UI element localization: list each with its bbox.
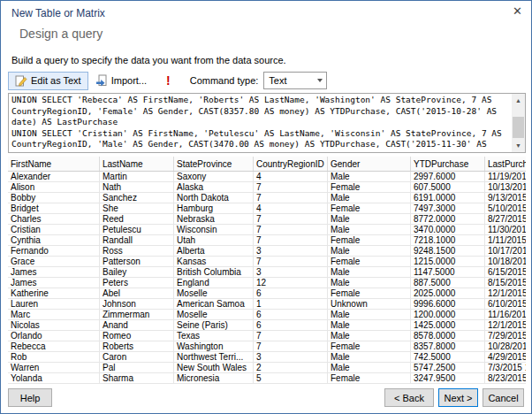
grid-cell: 11/30/2015 12:... bbox=[485, 225, 527, 235]
grid-cell: Alberta bbox=[174, 246, 254, 257]
column-header-gender: Gender bbox=[328, 157, 411, 172]
grid-cell: 7 bbox=[254, 341, 328, 352]
grid-cell: Rob bbox=[8, 352, 100, 363]
grid-cell: Hamburg bbox=[174, 203, 254, 214]
grid-cell: 10/18/2015 12:... bbox=[485, 257, 527, 267]
column-header-firstname: FirstName bbox=[8, 157, 100, 172]
grid-cell: Saxony bbox=[174, 172, 254, 182]
grid-cell: 3 bbox=[254, 267, 328, 278]
table-row: RebeccaRobertsWashington7Female8357.8000… bbox=[8, 341, 526, 352]
table-row: JamesPetersEngland12Male887.50008/15/201… bbox=[8, 278, 526, 288]
column-header-lastpurchase: LastPurchase bbox=[485, 157, 527, 172]
grid-cell: Micronesia bbox=[174, 373, 254, 384]
table-row: BobbySanchezNorth Dakota7Male6191.00009/… bbox=[8, 193, 526, 203]
grid-cell: Patterson bbox=[100, 257, 174, 267]
grid-cell: 4/29/2015 12:0... bbox=[485, 352, 527, 363]
grid-cell: Seine (Paris) bbox=[174, 320, 254, 331]
grid-cell: 6/15/2015 12:0... bbox=[485, 267, 527, 278]
grid-cell: Anand bbox=[100, 320, 174, 331]
grid-cell: Warren bbox=[8, 363, 100, 373]
grid-cell: Petulescu bbox=[100, 225, 174, 235]
grid-cell: 3 bbox=[254, 246, 328, 257]
grid-cell: Female bbox=[328, 182, 411, 193]
column-header-ytdpurchase: YTDPurchase bbox=[411, 157, 485, 172]
grid-cell: 7 bbox=[254, 225, 328, 235]
table-row: CynthiaRandallUtah7Female7218.10001/11/2… bbox=[8, 235, 526, 246]
grid-cell: Nath bbox=[100, 182, 174, 193]
grid-cell: American Samoa bbox=[174, 299, 254, 310]
edit-as-text-button[interactable]: Edit as Text bbox=[8, 72, 88, 90]
vertical-scrollbar[interactable]: ▲ ▼ bbox=[512, 94, 525, 152]
scroll-thumb[interactable] bbox=[513, 117, 524, 138]
grid-cell: Alison bbox=[8, 182, 100, 193]
query-text-area[interactable]: UNION SELECT 'Rebecca' AS FirstName, 'Ro… bbox=[8, 93, 526, 153]
grid-cell: New South Wales bbox=[174, 363, 254, 373]
grid-cell: 8772.0000 bbox=[411, 214, 485, 225]
edit-pencil-icon bbox=[15, 74, 27, 87]
grid-cell: She bbox=[100, 203, 174, 214]
grid-cell: Male bbox=[328, 310, 411, 320]
grid-cell: 7218.1000 bbox=[411, 235, 485, 246]
close-icon[interactable]: ✕ bbox=[513, 5, 522, 18]
import-button[interactable]: Import... bbox=[88, 72, 154, 90]
column-header-countryregionid: CountryRegionID bbox=[254, 157, 328, 172]
grid-cell: Bobby bbox=[8, 193, 100, 203]
back-button[interactable]: < Back bbox=[384, 388, 434, 407]
grid-cell: James bbox=[8, 267, 100, 278]
grid-cell: Randall bbox=[100, 235, 174, 246]
help-button[interactable]: Help bbox=[8, 388, 52, 407]
grid-cell: Kansas bbox=[174, 257, 254, 267]
command-type-select[interactable]: Text bbox=[263, 72, 327, 89]
column-header-stateprovince: StateProvince bbox=[174, 157, 254, 172]
run-query-icon[interactable]: ! bbox=[166, 73, 171, 88]
grid-cell: 11/19/2015 12:... bbox=[485, 172, 527, 182]
grid-cell: 7 bbox=[254, 235, 328, 246]
grid-cell: Bridget bbox=[8, 203, 100, 214]
cancel-button[interactable]: Cancel bbox=[483, 388, 524, 407]
table-row: BridgetSheHamburg4Female7497.30005/10/20… bbox=[8, 203, 526, 214]
table-row: CristianPetulescuWisconsin7Male3470.0000… bbox=[8, 225, 526, 235]
grid-cell: Washington bbox=[174, 341, 254, 352]
grid-cell: 10/28/2015 12:... bbox=[485, 341, 527, 352]
grid-cell: 5/10/2015 12:0... bbox=[485, 203, 527, 214]
table-row: GracePattersonKansas7Female1215.000010/1… bbox=[8, 257, 526, 267]
grid-cell: 2997.6000 bbox=[411, 172, 485, 182]
grid-cell: Nicolas bbox=[8, 320, 100, 331]
grid-cell: Female bbox=[328, 341, 411, 352]
table-row: KatherineAbelMoselle6Female2025.000012/1… bbox=[8, 288, 526, 299]
scroll-down-icon[interactable]: ▼ bbox=[512, 139, 525, 152]
results-table: FirstNameLastNameStateProvinceCountryReg… bbox=[8, 157, 526, 384]
page-title: Design a query bbox=[19, 27, 103, 41]
table-row: OrlandoRomeoTexas7Male8578.00007/29/2015… bbox=[8, 331, 526, 341]
grid-cell: Female bbox=[328, 288, 411, 299]
grid-cell: Katherine bbox=[8, 288, 100, 299]
grid-cell: 5747.2500 bbox=[411, 363, 485, 373]
scroll-up-icon[interactable]: ▲ bbox=[512, 94, 525, 107]
grid-cell: 6/10/2015 12:0... bbox=[485, 299, 527, 310]
grid-cell: Lauren bbox=[8, 299, 100, 310]
table-row: AlexanderMartinSaxony4Male2997.600011/19… bbox=[8, 172, 526, 182]
table-row: JamesBaileyBritish Columbia3Male1147.500… bbox=[8, 267, 526, 278]
next-button[interactable]: Next > bbox=[438, 388, 478, 407]
grid-cell: Ross bbox=[100, 246, 174, 257]
grid-cell: 5 bbox=[254, 373, 328, 384]
grid-cell: Moselle bbox=[174, 310, 254, 320]
query-sql-text[interactable]: UNION SELECT 'Rebecca' AS FirstName, 'Ro… bbox=[11, 95, 510, 151]
grid-cell: Cristian bbox=[8, 225, 100, 235]
grid-cell: 9996.6000 bbox=[411, 299, 485, 310]
grid-cell: Cynthia bbox=[8, 235, 100, 246]
grid-cell: Yolanda bbox=[8, 373, 100, 384]
column-header-lastname: LastName bbox=[100, 157, 174, 172]
grid-cell: Female bbox=[328, 373, 411, 384]
grid-cell: 887.5000 bbox=[411, 278, 485, 288]
grid-cell: Fernando bbox=[8, 246, 100, 257]
edit-as-text-label: Edit as Text bbox=[31, 75, 81, 86]
grid-cell: 10/17/2015 12:... bbox=[485, 246, 527, 257]
grid-cell: North Dakota bbox=[174, 193, 254, 203]
grid-cell: Bailey bbox=[100, 267, 174, 278]
query-results-grid: FirstNameLastNameStateProvinceCountryReg… bbox=[8, 157, 526, 385]
grid-cell: Alexander bbox=[8, 172, 100, 182]
grid-cell: Alaska bbox=[174, 182, 254, 193]
grid-cell: 8578.0000 bbox=[411, 331, 485, 341]
grid-cell: 8/15/2015 12:0... bbox=[485, 278, 527, 288]
